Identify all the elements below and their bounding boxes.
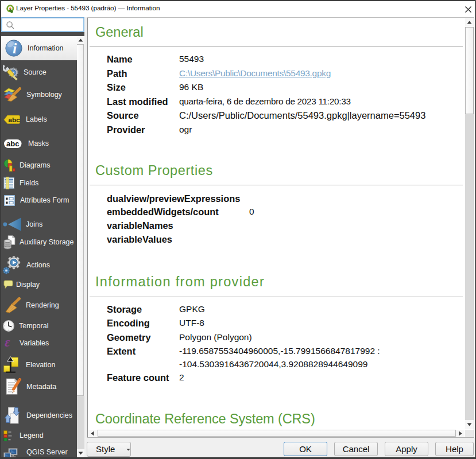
svg-text:i: i — [13, 40, 17, 57]
svg-text:ε: ε — [5, 337, 10, 348]
svg-text:abc: abc — [9, 116, 20, 123]
svg-text:abc: abc — [6, 139, 19, 148]
